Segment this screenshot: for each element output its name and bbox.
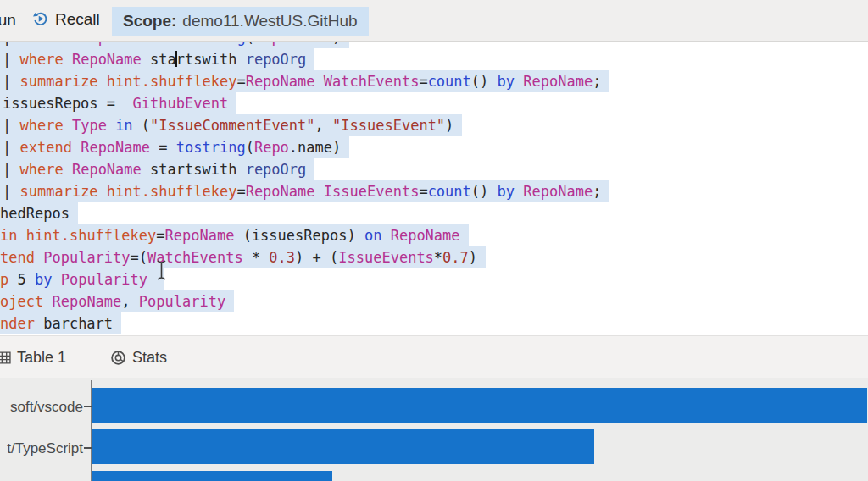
- code-token: [72, 42, 81, 46]
- code-token: ) + (: [295, 249, 338, 266]
- code-token: RepoName: [165, 227, 235, 244]
- code-token: count: [428, 183, 471, 200]
- code-line-highlight: in hint.shufflekey=RepoName (issuesRepos…: [0, 224, 469, 246]
- code-token: barchart: [35, 315, 113, 332]
- code-line-highlight: nder barchart: [0, 312, 121, 334]
- code-token: (: [246, 139, 254, 156]
- code-token: startswith: [142, 161, 246, 178]
- code-token: extend: [19, 42, 71, 46]
- code-token: count: [428, 73, 471, 90]
- code-token: issuesRepos =: [3, 95, 133, 112]
- scope-chip[interactable]: Scope: demo11.WestUS.GitHub: [112, 7, 369, 36]
- code-token: =: [150, 42, 176, 46]
- code-token: .name): [289, 42, 341, 46]
- code-token: tend: [0, 249, 35, 266]
- query-editor[interactable]: | extend RepoName = tostring(Repo.name) …: [0, 42, 868, 335]
- code-line: | summarize hint.shufflekey=RepoName Wat…: [0, 70, 868, 92]
- code-token: hint.shufflekey: [107, 183, 237, 200]
- code-token: summarize: [19, 183, 97, 200]
- code-token: |: [3, 42, 19, 46]
- code-token: =: [236, 183, 245, 200]
- code-line-highlight: issuesRepos = GithubEvent: [0, 92, 236, 114]
- code-line: hedRepos: [0, 202, 868, 224]
- code-token: tostring: [176, 139, 246, 156]
- code-token: where: [19, 51, 63, 68]
- tab-stats[interactable]: Stats: [110, 349, 167, 367]
- code-token: (: [246, 42, 254, 46]
- code-token: [315, 73, 324, 90]
- code-token: .name): [289, 139, 341, 156]
- code-line-highlight: | extend RepoName = tostring(Repo.name): [0, 42, 349, 48]
- code-token: [72, 139, 81, 156]
- run-button[interactable]: Run: [0, 11, 16, 30]
- code-token: [98, 73, 107, 90]
- code-token: RepoName: [81, 139, 150, 156]
- code-token: ;: [593, 183, 601, 200]
- code-token: by: [35, 271, 52, 288]
- code-token: repoOrg: [246, 51, 307, 68]
- code-line-highlight: | where RepoName startswith repoOrg: [0, 48, 314, 70]
- code-token: GithubEvent: [133, 95, 229, 112]
- code-token: |: [3, 73, 19, 90]
- code-line-highlight: | summarize hint.shufflekey=RepoName Wat…: [0, 70, 609, 92]
- results-tabbar: Table 1 Stats: [0, 335, 868, 379]
- code-token: hint.shufflekey: [107, 73, 237, 90]
- code-line-highlight: tend Popularity=(WatchEvents * 0.3) + (I…: [0, 246, 486, 268]
- code-token: in: [0, 227, 17, 244]
- code-token: repoOrg: [246, 161, 307, 178]
- code-line: nder barchart: [0, 312, 868, 334]
- scope-label: Scope:: [123, 12, 176, 30]
- code-token: tostring: [176, 42, 246, 46]
- y-tick-mark: [84, 406, 92, 407]
- code-token: nder: [0, 315, 35, 332]
- code-token: =: [419, 73, 427, 90]
- table-icon: [0, 351, 11, 365]
- tab-table1[interactable]: Table 1: [0, 349, 66, 367]
- code-line-highlight: | where Type in ("IssueCommentEvent", "I…: [0, 114, 462, 136]
- y-tick-label: soft/vscode: [0, 399, 83, 416]
- code-line: | extend RepoName = tostring(Repo.name): [0, 136, 868, 158]
- scope-value: demo11.WestUS.GitHub: [182, 12, 357, 30]
- code-token: summarize: [19, 73, 97, 90]
- code-line: oject RepoName, Popularity: [0, 290, 868, 312]
- code-token: Repo: [254, 42, 289, 46]
- code-token: 0.7: [442, 249, 469, 266]
- code-line: | summarize hint.shufflekey=RepoName Iss…: [0, 180, 868, 202]
- code-token: (): [471, 73, 498, 90]
- code-token: Repo: [254, 139, 289, 156]
- code-token: [64, 117, 72, 134]
- code-token: 5: [8, 271, 35, 288]
- tab-label: Stats: [132, 349, 167, 367]
- code-token: by: [498, 73, 515, 90]
- code-token: [381, 227, 390, 244]
- code-token: RepoName: [72, 161, 142, 178]
- code-token: "IssueCommentEvent": [150, 117, 314, 134]
- clipped-code-line: | extend RepoName = tostring(Repo.name): [0, 42, 868, 48]
- code-token: =: [236, 73, 245, 90]
- code-token: [35, 249, 43, 266]
- code-token: RepoName: [391, 227, 460, 244]
- code-line-highlight: p 5 by Popularity: [0, 268, 164, 290]
- code-token: |: [3, 51, 19, 68]
- y-tick-mark: [84, 447, 92, 449]
- code-token: Type: [72, 117, 107, 134]
- code-line-highlight: | where RepoName startswith repoOrg: [0, 158, 314, 180]
- code-line-highlight: oject RepoName, Popularity: [0, 290, 234, 312]
- code-token: p: [0, 271, 8, 288]
- code-line: | where RepoName startswith repoOrg: [0, 48, 868, 70]
- code-token: ): [469, 249, 477, 266]
- code-line: in hint.shufflekey=RepoName (issuesRepos…: [0, 224, 868, 246]
- code-token: RepoName: [246, 183, 315, 200]
- code-line-highlight: | summarize hint.shufflekey=RepoName Iss…: [0, 180, 609, 202]
- code-token: oject: [0, 293, 43, 310]
- code-token: [107, 117, 115, 134]
- recall-button[interactable]: Recall: [31, 9, 100, 29]
- donut-chart-icon: [110, 350, 126, 366]
- recall-label: Recall: [55, 10, 100, 29]
- code-line-highlight: | extend RepoName = tostring(Repo.name): [0, 136, 349, 158]
- code-token: RepoName: [81, 42, 150, 46]
- code-token: *: [243, 249, 270, 266]
- code-token: [64, 161, 72, 178]
- code-token: sta: [142, 51, 176, 68]
- chart-bar: [92, 429, 594, 464]
